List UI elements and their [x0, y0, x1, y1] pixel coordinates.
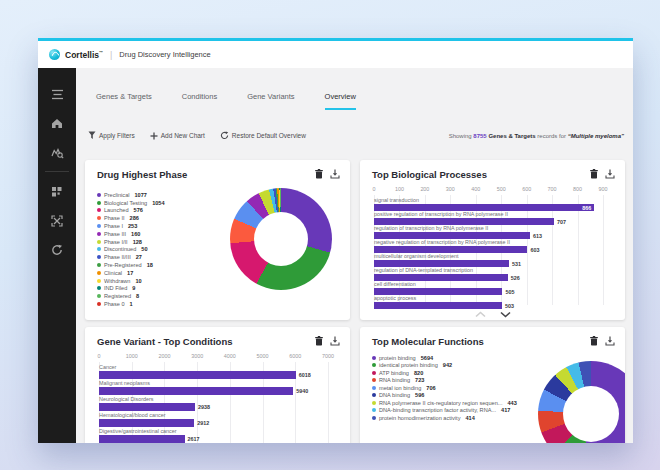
bar[interactable]: 866 — [374, 204, 594, 211]
bar[interactable] — [374, 246, 527, 253]
apply-filters-button[interactable]: Apply Filters — [88, 131, 135, 140]
bar-value-label: 866 — [582, 205, 591, 211]
search-query: “Multiple myeloma” — [568, 133, 624, 139]
bar-row: apoptotic process503 — [374, 295, 603, 309]
bar-value-label: 503 — [505, 303, 514, 309]
legend-item[interactable]: Launched576 — [97, 207, 165, 215]
expand-icon[interactable] — [38, 206, 76, 235]
legend-dot — [97, 208, 101, 212]
donut-hole — [563, 386, 619, 442]
restore-default-button[interactable]: Restore Default Overview — [220, 131, 306, 140]
legend-item[interactable]: Phase I253 — [97, 222, 165, 230]
donut-chart[interactable] — [538, 361, 625, 443]
header-divider: | — [110, 50, 112, 60]
download-icon[interactable] — [605, 336, 615, 346]
legend-dot — [372, 378, 376, 382]
tab-gene-variants[interactable]: Gene Variants — [247, 92, 294, 110]
legend-item[interactable]: Pre-Registered18 — [97, 261, 165, 269]
dashboard-icon[interactable] — [38, 177, 76, 206]
legend-item[interactable]: protein binding5694 — [372, 354, 517, 362]
bar-row: positive regulation of transcription by … — [374, 211, 603, 225]
add-new-chart-button[interactable]: Add New Chart — [150, 132, 205, 140]
legend-item[interactable]: Phase II/III27 — [97, 253, 165, 261]
legend-item[interactable]: Biological Testing1054 — [97, 199, 165, 207]
home-icon[interactable] — [38, 109, 76, 138]
legend-value: 414 — [465, 415, 474, 421]
bar-category-label: signal transduction — [374, 197, 603, 203]
bar[interactable] — [99, 387, 293, 395]
trash-icon[interactable] — [315, 169, 323, 179]
bar[interactable] — [99, 371, 296, 379]
sync-icon[interactable] — [38, 235, 76, 264]
legend-dot — [372, 393, 376, 397]
menu-icon[interactable] — [38, 80, 76, 109]
legend-dot — [372, 371, 376, 375]
legend-item[interactable]: Phase 01 — [97, 300, 165, 308]
card-top-molecular-functions: Top Molecular Functions protein binding5… — [360, 327, 625, 443]
legend-item[interactable]: Discontinued50 — [97, 246, 165, 254]
bar[interactable] — [374, 288, 502, 295]
download-icon[interactable] — [605, 169, 615, 179]
trash-icon[interactable] — [590, 336, 598, 346]
bar[interactable] — [374, 260, 509, 267]
legend-item[interactable]: Phase III160 — [97, 230, 165, 238]
bar-value-label: 5940 — [296, 388, 308, 394]
axis-tick-label: 0 — [373, 186, 376, 192]
bar-row: regulation of DNA-templated transcriptio… — [374, 267, 603, 281]
legend-value: 820 — [414, 370, 423, 376]
legend-item[interactable]: DNA binding596 — [372, 392, 517, 400]
legend-item[interactable]: IND Filed9 — [97, 285, 165, 293]
bar-row: regulation of transcription by RNA polym… — [374, 225, 603, 239]
tab-overview[interactable]: Overview — [325, 92, 356, 110]
legend-item[interactable]: protein homodimerization activity414 — [372, 414, 517, 422]
axis-tick-label: 600 — [522, 186, 531, 192]
legend-value: 10 — [135, 278, 141, 284]
legend-item[interactable]: Withdrawn10 — [97, 277, 165, 285]
legend-value: 5694 — [421, 355, 433, 361]
pie-legend: Preclinical1077Biological Testing1054Lau… — [97, 191, 165, 308]
donut-chart[interactable] — [230, 188, 332, 290]
add-new-chart-label: Add New Chart — [161, 132, 205, 139]
tab-genes-targets[interactable]: Genes & Targets — [96, 92, 152, 110]
trash-icon[interactable] — [590, 169, 598, 179]
legend-item[interactable]: identical protein binding942 — [372, 362, 517, 370]
bar[interactable] — [99, 419, 194, 427]
legend-label: Registered — [104, 293, 131, 299]
cortellis-logo-icon — [49, 49, 60, 60]
legend-item[interactable]: metal ion binding706 — [372, 384, 517, 392]
bar-category-label: multicellular organism development — [374, 253, 603, 259]
bar[interactable] — [374, 274, 508, 281]
bar[interactable] — [374, 232, 530, 239]
legend-dot — [97, 263, 101, 267]
chevron-down-icon[interactable] — [499, 311, 512, 318]
chevron-up-icon[interactable] — [474, 311, 487, 318]
bar[interactable] — [99, 403, 195, 411]
legend-item[interactable]: Phase I/II128 — [97, 238, 165, 246]
legend-item[interactable]: ATP binding820 — [372, 369, 517, 377]
legend-item[interactable]: Clinical17 — [97, 269, 165, 277]
legend-dot — [97, 240, 101, 244]
legend-item[interactable]: Registered8 — [97, 292, 165, 300]
bar[interactable] — [99, 435, 185, 443]
bar-value-label: 6018 — [299, 372, 311, 378]
legend-value: 1077 — [135, 192, 147, 198]
download-icon[interactable] — [330, 169, 340, 179]
legend-label: Phase III — [104, 231, 126, 237]
tab-conditions[interactable]: Conditions — [182, 92, 217, 110]
trash-icon[interactable] — [315, 336, 323, 346]
axis-tick-label: 1000 — [126, 353, 138, 359]
bar[interactable] — [374, 302, 502, 309]
download-icon[interactable] — [330, 336, 340, 346]
legend-item[interactable]: RNA polymerase II cis-regulatory region … — [372, 399, 517, 407]
legend-item[interactable]: Phase II286 — [97, 214, 165, 222]
axis-tick-label: 200 — [420, 186, 429, 192]
bar[interactable] — [374, 218, 554, 225]
search-icon[interactable] — [38, 138, 76, 167]
legend-item[interactable]: Preclinical1077 — [97, 191, 165, 199]
axis-tick-label: 700 — [548, 186, 557, 192]
legend-item[interactable]: DNA-binding transcription factor activit… — [372, 407, 517, 415]
legend-value: 417 — [501, 407, 510, 413]
legend-dot — [97, 216, 101, 220]
legend-value: 443 — [507, 400, 516, 406]
legend-item[interactable]: RNA binding723 — [372, 377, 517, 385]
